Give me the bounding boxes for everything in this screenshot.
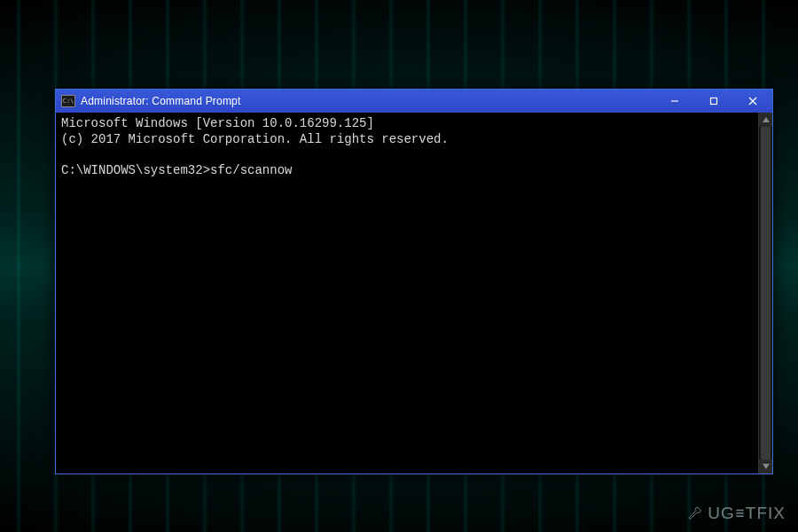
terminal-command: sfc/scannow — [210, 163, 292, 177]
wrench-icon — [686, 505, 702, 521]
cmd-icon: C:\ — [61, 95, 75, 107]
window-controls — [655, 90, 772, 113]
svg-marker-5 — [763, 464, 770, 469]
scroll-up-button[interactable] — [759, 113, 772, 127]
terminal-prompt-line: C:\WINDOWS\system32>sfc/scannow — [61, 163, 292, 177]
scrollbar[interactable] — [758, 113, 772, 473]
terminal-version-line: Microsoft Windows [Version 10.0.16299.12… — [61, 116, 374, 130]
maximize-button[interactable] — [694, 90, 733, 113]
chevron-up-icon — [763, 117, 770, 122]
close-button[interactable] — [733, 90, 772, 113]
maximize-icon — [709, 97, 718, 106]
watermark: UG≡TFIX — [686, 504, 786, 523]
svg-rect-1 — [711, 98, 717, 105]
scroll-thumb[interactable] — [761, 127, 771, 459]
chevron-down-icon — [763, 464, 770, 469]
scroll-down-button[interactable] — [759, 459, 772, 473]
close-icon — [748, 97, 757, 106]
minimize-button[interactable] — [655, 90, 694, 113]
scroll-track[interactable] — [759, 127, 772, 459]
window-title: Administrator: Command Prompt — [81, 95, 655, 107]
terminal-content[interactable]: Microsoft Windows [Version 10.0.16299.12… — [56, 113, 758, 473]
titlebar[interactable]: C:\ Administrator: Command Prompt — [56, 90, 772, 113]
minimize-icon — [670, 97, 679, 106]
command-prompt-window: C:\ Administrator: Command Prompt Micros… — [55, 89, 773, 474]
terminal-prompt: C:\WINDOWS\system32> — [61, 163, 210, 177]
terminal-copyright-line: (c) 2017 Microsoft Corporation. All righ… — [61, 132, 449, 146]
svg-marker-4 — [763, 117, 770, 122]
watermark-text: UG≡TFIX — [708, 504, 786, 523]
terminal-body: Microsoft Windows [Version 10.0.16299.12… — [56, 113, 772, 473]
